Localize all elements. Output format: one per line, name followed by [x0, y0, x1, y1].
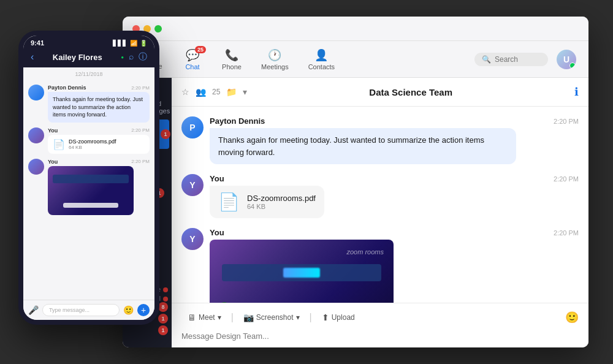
phone-status-icons: ▋▋▋ 📶 🔋: [113, 40, 147, 47]
phone-messages-area: Payton Dennis 2:20 PM Thanks again for m…: [23, 81, 154, 300]
wifi-icon: 📶: [130, 40, 137, 47]
members-icon: 👥: [196, 87, 206, 97]
phone-search-icon[interactable]: ⌕: [129, 51, 134, 63]
phone-file-bubble[interactable]: 📄 DS-zoomrooms.pdf 64 KB: [48, 135, 150, 154]
phone-file-info: DS-zoomrooms.pdf 64 KB: [69, 138, 116, 150]
chat-badge: 25: [195, 46, 206, 53]
screenshot-button[interactable]: 📷 Screenshot ▾: [237, 309, 306, 325]
chat-header: ☆ 👥 25 📁 ▾ Data Science Team ℹ: [172, 78, 588, 107]
star-header-icon[interactable]: ☆: [181, 87, 189, 97]
contacts-icon: 👤: [314, 48, 328, 62]
phone-plus-button[interactable]: +: [137, 304, 150, 316]
zoomrooms-image: zoom rooms: [210, 240, 394, 303]
member-count: 25: [212, 88, 220, 96]
mention-all-dot: [163, 297, 168, 301]
sender-you: You: [210, 174, 224, 183]
phone-message-row: You 2:20 PM 📄 DS-zoomrooms.pdf 64 KB: [28, 127, 150, 154]
phone-frame: 9:41 ▋▋▋ 📶 🔋 ‹ Kailey Flores ● ⌕ ⓘ 12/11…: [18, 31, 159, 325]
message-meta-1: Payton Dennis 2:20 PM: [210, 116, 579, 126]
meet-label: Meet: [199, 313, 215, 322]
search-box[interactable]: 🔍: [474, 53, 548, 66]
nav-chat-label: Chat: [185, 63, 199, 70]
chat-header-left-icons: ☆ 👥 25 📁 ▾: [181, 87, 247, 97]
phone-avatar-you: [28, 127, 44, 143]
phone-text-bubble: Thanks again for meeting today. Just wan…: [48, 92, 150, 123]
phone-filesize: 64 KB: [69, 145, 116, 150]
conference-screen: [222, 264, 381, 281]
bottom-badge-1a: 1: [158, 314, 168, 324]
nav-item-chat[interactable]: 💬 25 Chat: [174, 45, 211, 74]
phone-online-indicator: ●: [121, 55, 124, 60]
avatar-you2: Y: [181, 228, 204, 250]
screen-glow: [283, 268, 320, 278]
message-content-2: You 2:20 PM 📄 DS-zoomrooms.pdf 64 KB: [210, 174, 579, 218]
phone-message-row: You 2:20 PM: [28, 159, 150, 215]
phone-zoomrooms-table: [63, 203, 118, 208]
phone-sender-you: You: [48, 127, 58, 134]
separator2: |: [310, 312, 312, 323]
phone-mic-icon[interactable]: 🎤: [28, 305, 39, 315]
chevron-down-icon[interactable]: ▾: [243, 87, 247, 97]
battery-icon: 🔋: [140, 40, 147, 47]
meet-button[interactable]: 🖥 Meet ▾: [181, 309, 227, 325]
nav-item-meetings[interactable]: 🕐 Meetings: [253, 45, 297, 74]
search-icon: 🔍: [482, 55, 491, 64]
sender-payton: Payton Dennis: [210, 116, 265, 126]
signal-icon: ▋▋▋: [113, 40, 128, 47]
watermark-text: zoom rooms: [346, 248, 384, 256]
phone-message-time: 2:20 PM: [131, 159, 150, 164]
user-avatar[interactable]: U: [557, 50, 576, 69]
text-bubble-1: Thanks again for meeting today. Just wan…: [210, 128, 516, 164]
phone-status-bar: 9:41 ▋▋▋ 📶 🔋: [23, 36, 154, 47]
phone-pdf-icon: 📄: [53, 138, 65, 150]
phone-info-icon[interactable]: ⓘ: [139, 51, 147, 63]
bottom-badge-8: 8: [158, 302, 168, 312]
screen-icon: 🖥: [188, 313, 196, 322]
image-bubble: zoom rooms: [210, 240, 394, 303]
upload-icon: ⬆: [322, 313, 329, 322]
message-time-1: 2:20 PM: [554, 118, 579, 125]
emoji-right-button[interactable]: 🙂: [565, 311, 579, 324]
avatar-you: Y: [181, 174, 204, 196]
phone-sender-name: Payton Dennis: [48, 85, 86, 91]
file-bubble[interactable]: 📄 DS-zoomrooms.pdf 64 KB: [210, 186, 324, 218]
nav-meetings-label: Meetings: [261, 63, 289, 70]
upload-label: Upload: [332, 313, 355, 322]
message-input[interactable]: [181, 332, 579, 341]
phone-emoji-icon[interactable]: 🙂: [123, 305, 134, 315]
pdf-icon: 📄: [218, 192, 240, 212]
phone-message-content: You 2:20 PM 📄 DS-zoomrooms.pdf 64 KB: [48, 127, 150, 154]
phone-avatar-payton: [28, 85, 44, 100]
nav-item-phone[interactable]: 📞 Phone: [213, 45, 250, 74]
chat-title: Data Science Team: [247, 87, 574, 97]
channel-badge: 1: [161, 129, 170, 139]
phone-date-label: 12/11/2018: [23, 67, 154, 81]
folder-icon[interactable]: 📁: [226, 87, 237, 97]
meet-dropdown-icon: ▾: [218, 313, 221, 322]
filesize: 64 KB: [247, 203, 316, 210]
nav-item-contacts[interactable]: 👤 Contacts: [300, 45, 343, 74]
mention-me-dot: [163, 287, 168, 292]
phone-time: 9:41: [31, 39, 44, 47]
phone-message-meta: Payton Dennis 2:20 PM: [48, 85, 150, 91]
message-meta-2: You 2:20 PM: [210, 174, 579, 183]
upload-button[interactable]: ⬆ Upload: [316, 309, 361, 325]
phone-message-content: You 2:20 PM: [48, 159, 150, 215]
filename: DS-zoomrooms.pdf: [247, 194, 316, 203]
phone-avatar-you2: [28, 159, 44, 175]
phone-back-button[interactable]: ‹: [31, 51, 34, 63]
chat-info-button[interactable]: ℹ: [574, 85, 579, 99]
phone-chat-header: ‹ Kailey Flores ● ⌕ ⓘ: [23, 47, 154, 67]
search-input[interactable]: [495, 55, 544, 64]
phone-input-box[interactable]: Type message...: [42, 304, 120, 316]
phone-zoomrooms-image: [48, 166, 134, 215]
phone-filename: DS-zoomrooms.pdf: [69, 138, 116, 145]
window-chrome: [123, 17, 588, 41]
screenshot-dropdown-icon: ▾: [296, 313, 300, 322]
phone-sender-you2: You: [48, 159, 58, 165]
sender-you2: You: [210, 228, 224, 237]
nav-contacts-label: Contacts: [308, 63, 335, 70]
phone-message-row: Payton Dennis 2:20 PM Thanks again for m…: [28, 85, 150, 123]
phone-message-time: 2:20 PM: [131, 85, 150, 91]
messages-area: P Payton Dennis 2:20 PM Thanks again for…: [172, 107, 588, 303]
